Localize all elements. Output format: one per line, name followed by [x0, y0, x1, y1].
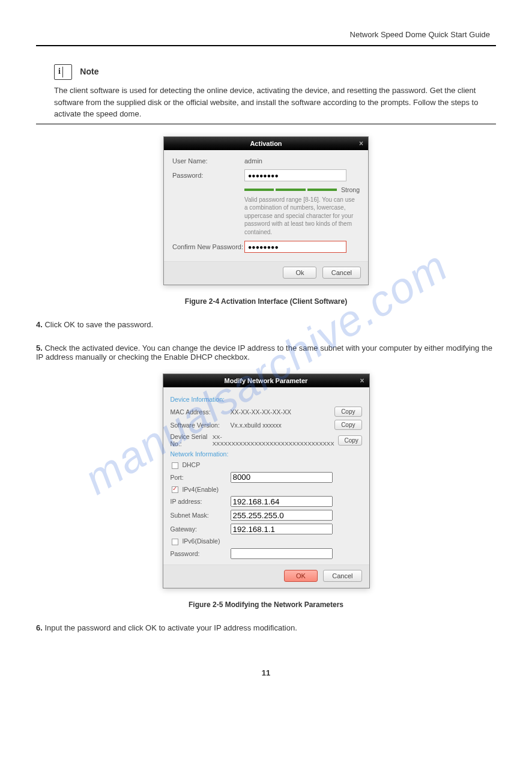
network-info-header: Network Information: [171, 450, 362, 458]
step-6: 6. Input the password and click OK to ac… [36, 623, 496, 632]
strength-label: Strong [341, 186, 360, 193]
confirm-password-input[interactable] [244, 241, 346, 253]
strength-seg-1 [244, 189, 274, 191]
software-label: Software Version: [171, 422, 231, 429]
close-icon[interactable]: × [360, 376, 364, 385]
username-label: User Name: [172, 157, 244, 165]
port-row: Port: [171, 472, 362, 483]
modify-network-dialog: Modify Network Parameter × Device Inform… [163, 373, 370, 588]
ip-label: IP address: [171, 498, 231, 505]
step-5: 5. Check the activated device. You can c… [36, 343, 496, 361]
figure-2-5-caption: Figure 2-5 Modifying the Network Paramet… [36, 600, 496, 609]
modify-dialog-title: Modify Network Parameter × [163, 374, 369, 387]
ok-button[interactable]: Ok [283, 267, 316, 279]
ipv6-row: IPv6(Disable) [172, 537, 362, 545]
password-label: Password: [172, 172, 244, 179]
confirm-password-label: Confirm New Password: [172, 243, 244, 250]
confirm-password-row: Confirm New Password: [172, 241, 360, 253]
ipv6-checkbox[interactable] [172, 539, 178, 545]
note-box: Note The client software is used for det… [54, 64, 496, 120]
mask-label: Subnet Mask: [171, 512, 231, 519]
note-text: The client software is used for detectin… [54, 85, 496, 120]
copy-serial-button[interactable]: Copy [338, 435, 362, 446]
device-info-header: Device Information: [171, 396, 362, 403]
software-row: Software Version: Vx.x.xbuild xxxxxx Cop… [171, 420, 362, 430]
modify-dialog-footer: OK Cancel [163, 564, 369, 588]
password-row: Password: [172, 169, 360, 181]
ipv4-row: IPv4(Enable) [172, 486, 362, 494]
note-title: Note [80, 67, 98, 76]
mac-value: XX-XX-XX-XX-XX-XX [231, 408, 331, 416]
modify-title-text: Modify Network Parameter [225, 377, 308, 384]
activation-dialog-title: Activation × [164, 137, 368, 150]
serial-row: Device Serial No.: XX-XXXXXXXXXXXXXXXXXX… [171, 433, 362, 447]
dialog-title-text: Activation [250, 140, 282, 147]
mask-input[interactable] [231, 510, 333, 521]
modify-ok-button[interactable]: OK [284, 570, 318, 582]
header-rule [36, 45, 496, 46]
page-header-title: Network Speed Dome Quick Start Guide [36, 30, 496, 39]
strength-seg-2 [276, 189, 305, 191]
dhcp-checkbox[interactable] [172, 462, 178, 469]
ip-row: IP address: [171, 496, 362, 507]
mac-row: MAC Address: XX-XX-XX-XX-XX-XX Copy [171, 407, 362, 417]
software-value: Vx.x.xbuild xxxxxx [231, 422, 331, 429]
strength-seg-3 [307, 189, 337, 191]
step-4-num: 4. [36, 320, 43, 329]
step-5-text: Check the activated device. You can chan… [36, 343, 492, 361]
step-4: 4. Click OK to save the password. [36, 320, 496, 329]
ipv4-label: IPv4(Enable) [182, 486, 219, 493]
modify-cancel-button[interactable]: Cancel [323, 570, 361, 582]
password-hint: Valid password range [8-16]. You can use… [172, 196, 358, 241]
dhcp-row: DHCP [172, 461, 362, 469]
dhcp-label: DHCP [182, 461, 200, 468]
cancel-button[interactable]: Cancel [322, 267, 361, 279]
section-rule-1 [36, 124, 496, 124]
ip-input[interactable] [231, 496, 333, 507]
password-input[interactable] [244, 169, 346, 181]
figure-2-4-caption: Figure 2-4 Activation Interface (Client … [36, 297, 496, 306]
close-icon[interactable]: × [359, 139, 363, 148]
modify-dialog-body: Device Information: MAC Address: XX-XX-X… [163, 387, 369, 564]
modify-password-input[interactable] [231, 548, 333, 559]
step-5-num: 5. [36, 343, 43, 352]
mask-row: Subnet Mask: [171, 510, 362, 521]
ipv6-label: IPv6(Disable) [182, 537, 220, 545]
step-6-num: 6. [36, 623, 43, 632]
password-strength-bar: Strong [172, 186, 360, 193]
username-row: User Name: admin [172, 157, 360, 165]
activation-dialog-footer: Ok Cancel [164, 261, 368, 285]
page-number: 11 [36, 668, 496, 677]
step-6-text: Input the password and click OK to activ… [44, 623, 297, 632]
note-icon [54, 64, 72, 80]
modify-password-label: Password: [171, 550, 231, 557]
ipv4-checkbox[interactable] [172, 486, 178, 493]
activation-dialog-body: User Name: admin Password: Strong Valid … [164, 150, 368, 262]
mac-label: MAC Address: [171, 408, 231, 416]
gateway-label: Gateway: [171, 525, 231, 533]
copy-mac-button[interactable]: Copy [334, 407, 361, 417]
copy-sw-button[interactable]: Copy [334, 420, 361, 430]
serial-label: Device Serial No.: [171, 433, 213, 447]
username-value: admin [244, 157, 360, 165]
serial-value: XX-XXXXXXXXXXXXXXXXXXXXXXXXXXXXXXXX [213, 434, 334, 447]
port-input[interactable] [231, 472, 333, 483]
gateway-input[interactable] [231, 524, 333, 534]
step-4-text: Click OK to save the password. [44, 320, 153, 329]
modify-password-row: Password: [171, 548, 362, 559]
gateway-row: Gateway: [171, 524, 362, 534]
activation-dialog: Activation × User Name: admin Password: … [163, 136, 369, 286]
port-label: Port: [171, 474, 231, 481]
